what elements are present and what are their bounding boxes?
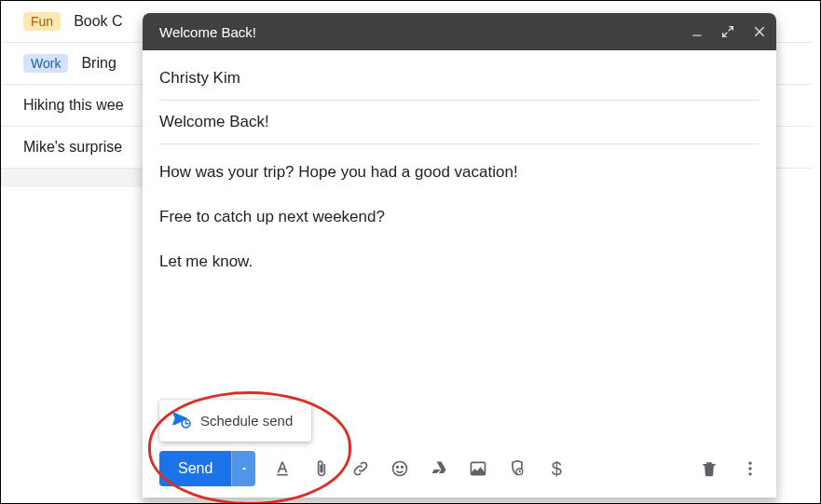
body-line: How was your trip? Hope you had a good v…	[159, 161, 759, 184]
inbox-subject: Mike's surprise	[23, 139, 122, 156]
drive-icon[interactable]	[429, 458, 449, 479]
fullscreen-icon[interactable]	[720, 24, 735, 39]
schedule-send-menu-item[interactable]: Schedule send	[159, 400, 311, 442]
to-field[interactable]: Christy Kim	[159, 50, 759, 101]
send-options-button[interactable]	[231, 451, 255, 486]
send-button-group: Send	[159, 451, 255, 486]
label-tag-work: Work	[23, 54, 68, 73]
confidential-icon[interactable]	[507, 458, 527, 479]
more-icon[interactable]	[741, 459, 759, 478]
inbox-subject: Bring	[81, 55, 116, 72]
schedule-send-label: Schedule send	[200, 413, 293, 429]
dollar-icon[interactable]: $	[546, 458, 567, 479]
emoji-icon[interactable]	[390, 458, 410, 479]
svg-point-12	[748, 472, 751, 475]
attachment-icon[interactable]	[311, 458, 332, 479]
svg-rect-3	[278, 474, 289, 476]
send-button[interactable]: Send	[159, 451, 231, 486]
inbox-shadow	[1, 169, 143, 187]
image-icon[interactable]	[468, 458, 488, 479]
svg-point-4	[393, 462, 407, 476]
compose-toolbar: Send	[143, 440, 776, 497]
svg-point-5	[397, 467, 399, 469]
message-body[interactable]: How was your trip? Hope you had a good v…	[159, 144, 759, 311]
subject-field[interactable]: Welcome Back!	[159, 101, 759, 144]
compose-window: Welcome Back! Christy Kim Welcome Back! …	[143, 13, 776, 497]
compose-title: Welcome Back!	[159, 24, 691, 40]
svg-point-11	[748, 467, 751, 470]
text-format-icon[interactable]	[272, 458, 293, 479]
inbox-subject: Hiking this wee	[23, 97, 124, 114]
svg-rect-0	[692, 35, 701, 36]
body-line: Free to catch up next weekend?	[159, 206, 759, 228]
body-line: Let me know.	[159, 251, 759, 273]
minimize-icon[interactable]	[691, 25, 704, 38]
link-icon[interactable]	[350, 458, 371, 479]
svg-point-10	[748, 462, 751, 465]
schedule-send-icon	[171, 409, 191, 432]
inbox-subject: Book C	[74, 13, 122, 30]
compose-header: Welcome Back!	[143, 13, 776, 50]
label-tag-fun: Fun	[23, 12, 61, 31]
close-icon[interactable]	[752, 24, 767, 39]
svg-point-6	[402, 467, 404, 469]
trash-icon[interactable]	[700, 459, 718, 478]
